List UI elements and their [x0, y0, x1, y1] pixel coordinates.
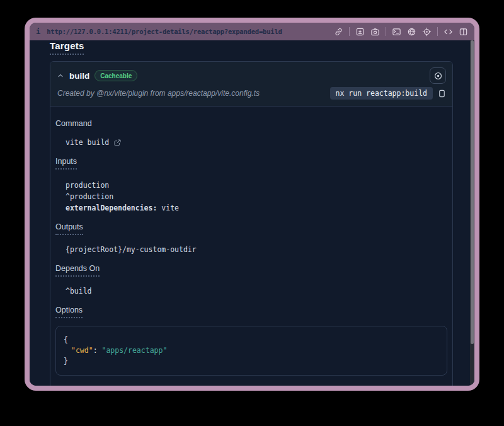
info-icon: i	[36, 27, 40, 36]
browser-window-frame: i http://127.0.0.1:4211/project-details/…	[25, 18, 479, 391]
download-icon[interactable]	[355, 27, 365, 37]
toolbar-separator	[349, 27, 350, 36]
vertical-scrollbar[interactable]	[470, 40, 474, 386]
toolbar-actions	[334, 27, 468, 37]
outputs-section-label[interactable]: Outputs	[55, 222, 447, 235]
browser-toolbar: i http://127.0.0.1:4211/project-details/…	[30, 23, 474, 40]
scrollable-region: Targets build Cacheable	[30, 40, 470, 386]
inputs-section-label[interactable]: Inputs	[55, 157, 447, 170]
eye-icon	[433, 71, 443, 81]
json-cwd-line: "cwd": "apps/reactapp"	[64, 345, 439, 356]
desktop-background: i http://127.0.0.1:4211/project-details/…	[0, 0, 504, 426]
created-by-text: Created by @nx/vite/plugin from apps/rea…	[57, 89, 260, 98]
depends-on-section-label[interactable]: Depends On	[55, 264, 447, 277]
toolbar-separator	[386, 27, 386, 36]
target-card-build: build Cacheable Created by @nx/vite/plug…	[50, 61, 453, 386]
options-section-label[interactable]: Options	[55, 306, 447, 318]
camera-icon[interactable]	[370, 27, 380, 37]
page-content: Targets build Cacheable	[30, 40, 474, 386]
external-link-icon[interactable]	[113, 139, 122, 147]
copy-icon[interactable]	[438, 89, 446, 98]
build-card-header[interactable]: build Cacheable Created by @nx/vite/plug…	[50, 62, 452, 106]
depends-on-item: ^build	[66, 285, 447, 297]
page-title: Targets	[50, 40, 84, 55]
json-open-brace: {	[64, 335, 439, 345]
input-item-external-deps: externalDependencies: vite	[66, 202, 447, 214]
chevron-up-icon[interactable]	[57, 72, 64, 79]
command-value: vite build	[66, 137, 447, 148]
json-close-brace: }	[64, 356, 439, 367]
target-icon[interactable]	[422, 27, 432, 37]
run-command-chip: nx run reactapp:build	[330, 87, 433, 100]
build-card-body: Command vite build Inputs	[50, 106, 452, 386]
view-in-graph-button[interactable]	[430, 67, 446, 84]
cacheable-badge: Cacheable	[94, 70, 137, 81]
input-item: ^production	[66, 191, 447, 202]
link-icon[interactable]	[334, 27, 343, 37]
toolbar-separator	[437, 27, 438, 36]
split-panel-icon[interactable]	[459, 27, 468, 37]
command-section-label: Command	[55, 119, 447, 128]
browser-window: i http://127.0.0.1:4211/project-details/…	[30, 23, 474, 386]
terminal-icon[interactable]	[392, 27, 401, 37]
globe-icon[interactable]	[407, 27, 416, 37]
scrollbar-thumb[interactable]	[471, 40, 474, 344]
input-item: production	[66, 180, 447, 191]
target-name: build	[69, 71, 89, 81]
output-item: {projectRoot}/my-custom-outdir	[66, 244, 447, 255]
address-bar-url[interactable]: http://127.0.0.1:4211/project-details/re…	[47, 28, 282, 35]
options-json-viewer: { "cwd": "apps/reactapp" }	[55, 326, 447, 376]
code-icon[interactable]	[444, 27, 453, 37]
